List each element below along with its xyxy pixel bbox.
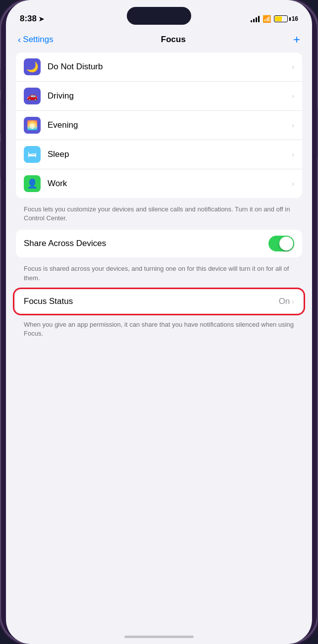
driving-icon: 🚗 — [24, 88, 41, 104]
list-item-work[interactable]: 👤 Work › — [16, 169, 302, 198]
evening-icon: 🌅 — [24, 117, 41, 134]
focus-list: 🌙 Do Not Disturb › 🚗 Driving › 🌅 Evening… — [16, 52, 302, 198]
focus-footer: Focus lets you customize your devices an… — [16, 202, 302, 230]
focus-status-section: Focus Status On › — [16, 290, 302, 313]
signal-bar-1 — [251, 20, 252, 22]
share-across-devices-row[interactable]: Share Across Devices — [16, 230, 302, 257]
sleep-label: Sleep — [48, 149, 292, 159]
work-label: Work — [48, 179, 292, 189]
signal-bars — [251, 15, 260, 22]
battery-number: 16 — [292, 15, 298, 22]
list-item-sleep[interactable]: 🛏 Sleep › — [16, 140, 302, 169]
focus-status-right: On › — [279, 297, 294, 306]
location-icon: ➤ — [39, 15, 44, 23]
content: 🌙 Do Not Disturb › 🚗 Driving › 🌅 Evening… — [6, 52, 312, 345]
signal-bar-3 — [256, 17, 257, 22]
signal-bar-2 — [253, 19, 255, 22]
share-toggle[interactable] — [268, 236, 294, 251]
back-label[interactable]: Settings — [23, 35, 53, 45]
nav-bar: ‹ Settings Focus + — [6, 29, 312, 52]
volume-up-button[interactable] — [0, 99, 0, 135]
chevron-right-icon: › — [292, 297, 294, 305]
battery-body — [274, 15, 288, 22]
volume-down-button[interactable] — [0, 142, 0, 177]
page-title: Focus — [161, 35, 186, 45]
chevron-right-icon: › — [292, 180, 294, 188]
home-indicator — [124, 636, 194, 638]
phone-frame: 8:38 ➤ 📶 16 — [0, 0, 318, 644]
focus-status-value: On — [279, 297, 290, 306]
chevron-right-icon: › — [292, 121, 294, 129]
share-across-devices-label: Share Across Devices — [24, 239, 106, 248]
phone-screen: 8:38 ➤ 📶 16 — [6, 0, 312, 644]
share-footer: Focus is shared across your devices, and… — [16, 261, 302, 289]
battery-fill — [275, 16, 282, 21]
status-time: 8:38 ➤ — [20, 14, 44, 24]
dynamic-island — [127, 7, 191, 25]
add-button[interactable]: + — [293, 33, 300, 47]
signal-bar-4 — [258, 16, 260, 22]
chevron-right-icon: › — [292, 150, 294, 158]
status-icons: 📶 16 — [251, 15, 298, 23]
battery-tip — [289, 17, 291, 21]
focus-status-label: Focus Status — [24, 297, 73, 306]
chevron-right-icon: › — [292, 63, 294, 71]
driving-label: Driving — [48, 91, 292, 101]
evening-label: Evening — [48, 120, 292, 130]
do-not-disturb-icon: 🌙 — [24, 58, 41, 75]
wifi-icon: 📶 — [263, 15, 271, 23]
silent-switch[interactable] — [0, 69, 0, 90]
list-item-evening[interactable]: 🌅 Evening › — [16, 111, 302, 140]
list-item-driving[interactable]: 🚗 Driving › — [16, 82, 302, 111]
chevron-right-icon: › — [292, 92, 294, 100]
focus-status-footer: When you give an app permission, it can … — [16, 317, 302, 345]
back-button[interactable]: ‹ Settings — [18, 34, 53, 45]
work-icon: 👤 — [24, 175, 41, 192]
toggle-knob — [279, 237, 293, 250]
do-not-disturb-label: Do Not Disturb — [48, 62, 292, 72]
battery-indicator: 16 — [274, 15, 298, 22]
chevron-left-icon: ‹ — [18, 34, 21, 45]
list-item-do-not-disturb[interactable]: 🌙 Do Not Disturb › — [16, 52, 302, 82]
sleep-icon: 🛏 — [24, 146, 41, 163]
focus-status-row[interactable]: Focus Status On › — [16, 290, 302, 313]
